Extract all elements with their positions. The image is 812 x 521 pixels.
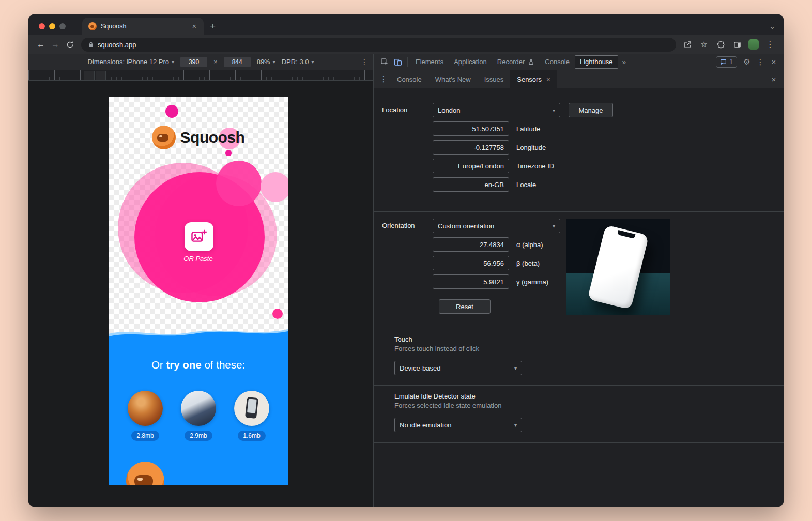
side-panel-icon [733, 41, 741, 49]
device-toolbar-menu-icon[interactable]: ⋮ [361, 54, 368, 70]
devtools-toolbar: Elements Application Recorder Console Li… [374, 54, 784, 70]
new-tab-button[interactable]: + [210, 21, 216, 31]
side-panel-button[interactable] [730, 37, 744, 52]
window-close-button[interactable] [39, 23, 45, 29]
chevron-down-icon: ▾ [273, 59, 275, 65]
device-toolbar-toggle-button[interactable] [391, 55, 405, 69]
tab-list-chevron-icon[interactable]: ⌄ [769, 23, 775, 30]
tab-title: Squoosh [101, 23, 186, 30]
inspect-element-button[interactable] [378, 55, 391, 69]
try-suffix: of these: [202, 359, 245, 371]
drawer-close-button[interactable]: × [767, 72, 780, 86]
file-size-badge: 2.8mb [131, 431, 159, 441]
squoosh-logo-icon [152, 126, 176, 149]
drawer-tab-issues[interactable]: Issues [478, 70, 511, 88]
pink-dot-decoration [272, 309, 283, 319]
drawer-menu-button[interactable]: ⋮ [377, 72, 390, 86]
viewport-width-input[interactable] [180, 57, 207, 67]
tab-label: Issues [484, 75, 504, 83]
devtools-pane: Elements Application Recorder Console Li… [373, 54, 784, 507]
beta-input[interactable] [433, 256, 509, 270]
red-panda-thumbnail[interactable] [128, 391, 163, 426]
settings-gear-button[interactable]: ⚙ [740, 55, 754, 69]
devtools-close-button[interactable]: × [767, 55, 780, 69]
orientation-3d-preview[interactable] [566, 219, 670, 315]
idle-select[interactable]: No idle emulation ▾ [394, 418, 522, 432]
drawer-tab-whats-new[interactable]: What's New [428, 70, 478, 88]
squoosh-logo: Squoosh [109, 126, 288, 149]
sample-image-3[interactable]: 1.6mb [234, 391, 269, 441]
lock-icon [88, 41, 94, 48]
drawer-tab-console[interactable]: Console [390, 70, 428, 88]
workspace-thumbnail[interactable] [181, 391, 216, 426]
try-one-text: Or try one of these: [109, 359, 288, 371]
section-divider [374, 385, 784, 386]
sample-image-1[interactable]: 2.8mb [128, 391, 163, 441]
tab-recorder[interactable]: Recorder [492, 55, 540, 69]
zoom-select[interactable]: 89% ▾ [257, 58, 275, 66]
browser-tab[interactable]: Squoosh × [82, 18, 204, 35]
chevron-down-icon: ▾ [172, 59, 174, 65]
dpr-select[interactable]: DPR: 3.0 ▾ [282, 58, 314, 66]
timezone-input[interactable] [433, 159, 509, 173]
longitude-input[interactable] [433, 140, 509, 155]
section-divider [374, 329, 784, 329]
latitude-input[interactable] [433, 121, 509, 136]
device-toggle-icon [394, 58, 402, 66]
share-button[interactable] [680, 37, 695, 52]
device-type-select[interactable]: Dimensions: iPhone 12 Pro ▾ [88, 58, 175, 66]
pink-blob-decoration [261, 172, 288, 202]
toolbar-right-icons: ☆ ⋮ [680, 37, 778, 52]
reset-button[interactable]: Reset [439, 299, 491, 314]
tab-application[interactable]: Application [449, 55, 492, 69]
tab-lighthouse[interactable]: Lighthouse [575, 55, 618, 69]
locale-label: Locale [516, 181, 536, 189]
drawer-tab-sensors[interactable]: Sensors × [510, 70, 557, 88]
more-panels-icon[interactable]: » [618, 58, 631, 66]
extensions-button[interactable] [713, 37, 728, 52]
tab-label: Lighthouse [580, 58, 613, 66]
back-button[interactable]: ← [34, 37, 48, 52]
address-bar[interactable]: squoosh.app [81, 38, 676, 52]
forward-button[interactable]: → [48, 37, 63, 52]
reload-button[interactable] [63, 37, 77, 52]
chevron-down-icon: ▾ [553, 108, 555, 113]
tab-label: Console [545, 58, 570, 66]
sample-image-2[interactable]: 2.9mb [181, 391, 216, 441]
tab-label: Console [397, 75, 422, 83]
window-minimize-button[interactable] [49, 23, 55, 29]
paste-link[interactable]: Paste [195, 255, 212, 263]
alpha-input[interactable] [433, 237, 509, 252]
reload-icon [66, 41, 74, 49]
add-image-icon [191, 228, 207, 245]
window-zoom-button[interactable] [59, 23, 66, 29]
profile-avatar[interactable] [748, 39, 759, 50]
tab-label: What's New [435, 75, 471, 83]
image-drop-target[interactable] [185, 222, 213, 251]
gamma-label: γ (gamma) [516, 278, 548, 286]
chevron-down-icon: ▾ [311, 59, 314, 65]
bookmark-button[interactable]: ☆ [697, 37, 711, 52]
tab-console[interactable]: Console [540, 55, 575, 69]
browser-menu-button[interactable]: ⋮ [763, 37, 777, 52]
manage-button[interactable]: Manage [569, 103, 613, 117]
touch-select[interactable]: Device-based ▾ [394, 361, 522, 375]
viewport-height-input[interactable] [224, 57, 251, 67]
squoosh-logo-text: Squoosh [180, 129, 245, 146]
issues-counter-button[interactable]: 1 [716, 56, 737, 68]
or-text: OR [183, 255, 195, 263]
sensors-tab-close-icon[interactable]: × [546, 75, 550, 83]
devtools-menu-button[interactable]: ⋮ [754, 55, 767, 69]
orientation-select[interactable]: Custom orientation ▾ [433, 219, 560, 233]
chevron-down-icon: ▾ [514, 422, 517, 428]
phone-photo-thumbnail[interactable] [234, 391, 269, 426]
tab-close-icon[interactable]: × [190, 22, 198, 31]
sensors-panel: Location London ▾ Manage Latitude [374, 88, 784, 507]
longitude-label: Longitude [516, 144, 546, 151]
location-select[interactable]: London ▾ [433, 103, 560, 117]
dimensions-times-separator: × [213, 58, 218, 66]
locale-input[interactable] [433, 177, 509, 192]
orientation-select-value: Custom orientation [438, 222, 494, 230]
tab-elements[interactable]: Elements [410, 55, 449, 69]
gamma-input[interactable] [433, 274, 509, 289]
